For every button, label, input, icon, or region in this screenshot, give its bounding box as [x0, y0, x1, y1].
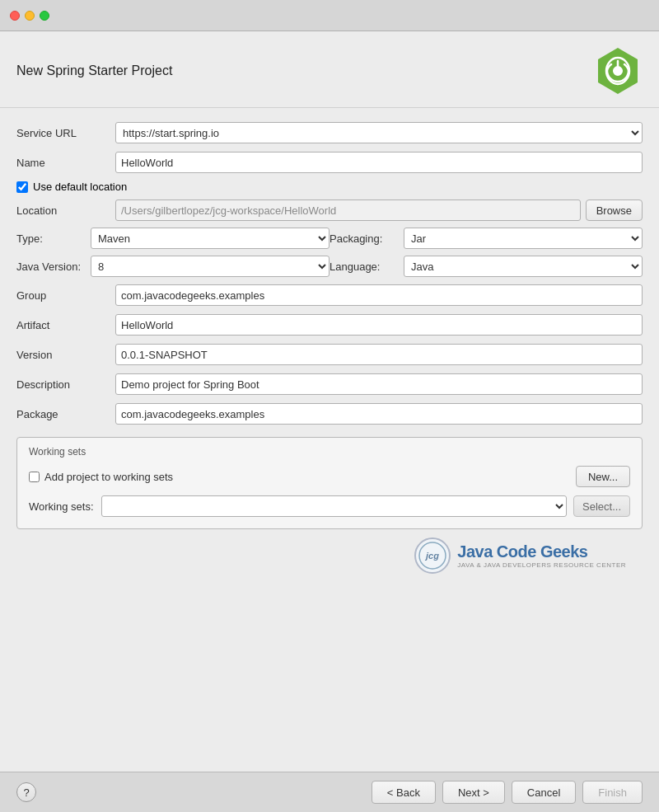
artifact-input[interactable] [115, 314, 643, 336]
type-label: Type: [16, 232, 91, 245]
artifact-control [115, 314, 643, 336]
group-row: Group [16, 284, 643, 307]
packaging-col: Packaging: Jar War [330, 228, 643, 249]
dialog-header: New Spring Starter Project [0, 31, 659, 108]
java-language-row: Java Version: 8 11 17 Language: Java Kot… [16, 256, 643, 277]
description-label: Description [16, 378, 115, 391]
group-control [115, 284, 643, 306]
description-row: Description [16, 373, 643, 396]
maximize-button[interactable] [40, 11, 49, 21]
jcg-logo: jcg Java Code Geeks Java & Java Develope… [414, 537, 626, 574]
working-sets-label: Working sets: [29, 500, 95, 513]
dialog-footer: ? < Back Next > Cancel Finish [0, 772, 659, 812]
service-url-control: https://start.spring.io [115, 122, 643, 143]
svg-text:jcg: jcg [424, 551, 439, 561]
working-sets-title: Working sets [29, 446, 630, 458]
use-default-location-row: Use default location [16, 181, 643, 193]
language-select[interactable]: Java Kotlin Groovy [404, 256, 643, 277]
footer-left: ? [16, 782, 36, 802]
close-button[interactable] [10, 11, 20, 21]
jcg-text: Java Code Geeks Java & Java Developers R… [457, 542, 626, 569]
add-to-working-sets-label[interactable]: Add project to working sets [29, 471, 173, 483]
package-row: Package [16, 402, 643, 425]
use-default-location-checkbox[interactable] [16, 181, 28, 193]
java-version-col: Java Version: 8 11 17 [16, 256, 330, 277]
jcg-main-text: Java Code Geeks [457, 542, 626, 561]
spring-logo [593, 46, 643, 96]
ws-row2: Working sets: Select... [29, 495, 630, 517]
group-label: Group [16, 289, 115, 302]
working-sets-section: Working sets Add project to working sets… [16, 437, 643, 529]
version-control [115, 344, 643, 365]
name-input[interactable] [115, 152, 643, 173]
cancel-button[interactable]: Cancel [512, 781, 576, 804]
artifact-row: Artifact [16, 313, 643, 336]
select-working-set-button[interactable]: Select... [573, 495, 630, 517]
type-select[interactable]: Maven Gradle [91, 228, 330, 249]
add-to-working-sets-checkbox[interactable] [29, 472, 40, 482]
service-url-label: Service URL [16, 127, 115, 139]
finish-button[interactable]: Finish [582, 781, 643, 804]
name-label: Name [16, 157, 115, 169]
browse-button[interactable]: Browse [586, 199, 643, 221]
working-sets-select[interactable] [101, 495, 567, 517]
minimize-button[interactable] [25, 11, 35, 21]
jcg-sub-text: Java & Java Developers Resource Center [457, 561, 626, 569]
package-input[interactable] [115, 403, 643, 425]
location-input [115, 199, 581, 221]
help-button[interactable]: ? [16, 782, 36, 802]
java-version-select[interactable]: 8 11 17 [91, 256, 330, 277]
artifact-label: Artifact [16, 319, 115, 331]
language-label: Language: [330, 260, 404, 273]
packaging-label: Packaging: [330, 232, 404, 245]
ws-row1: Add project to working sets New... [29, 466, 630, 487]
description-control [115, 373, 643, 395]
titlebar [0, 0, 659, 31]
packaging-select[interactable]: Jar War [404, 228, 643, 249]
group-input[interactable] [115, 284, 643, 306]
service-url-row: Service URL https://start.spring.io [16, 121, 643, 144]
logo-area: jcg Java Code Geeks Java & Java Develope… [16, 529, 643, 582]
description-input[interactable] [115, 373, 643, 395]
name-row: Name [16, 151, 643, 174]
java-version-label: Java Version: [16, 260, 91, 273]
back-button[interactable]: < Back [372, 781, 436, 804]
footer-buttons: < Back Next > Cancel Finish [372, 781, 643, 804]
new-working-set-button[interactable]: New... [576, 466, 630, 487]
next-button[interactable]: Next > [442, 781, 505, 804]
version-row: Version [16, 343, 643, 366]
location-row: Location Browse [16, 199, 643, 221]
package-control [115, 403, 643, 425]
version-input[interactable] [115, 344, 643, 365]
type-packaging-row: Type: Maven Gradle Packaging: Jar War [16, 228, 643, 249]
dialog-title: New Spring Starter Project [16, 63, 172, 78]
language-col: Language: Java Kotlin Groovy [330, 256, 643, 277]
type-col: Type: Maven Gradle [16, 228, 330, 249]
use-default-location-label: Use default location [33, 181, 127, 193]
working-sets-inner: Add project to working sets New... Worki… [29, 466, 630, 517]
package-label: Package [16, 408, 115, 420]
name-control [115, 152, 643, 173]
version-label: Version [16, 349, 115, 361]
location-label: Location [16, 204, 115, 217]
jcg-circle-logo: jcg [414, 537, 451, 574]
dialog-body: Service URL https://start.spring.io Name… [0, 108, 659, 772]
service-url-select[interactable]: https://start.spring.io [115, 122, 643, 143]
dialog: New Spring Starter Project Service URL h… [0, 31, 659, 812]
traffic-lights [10, 11, 49, 21]
